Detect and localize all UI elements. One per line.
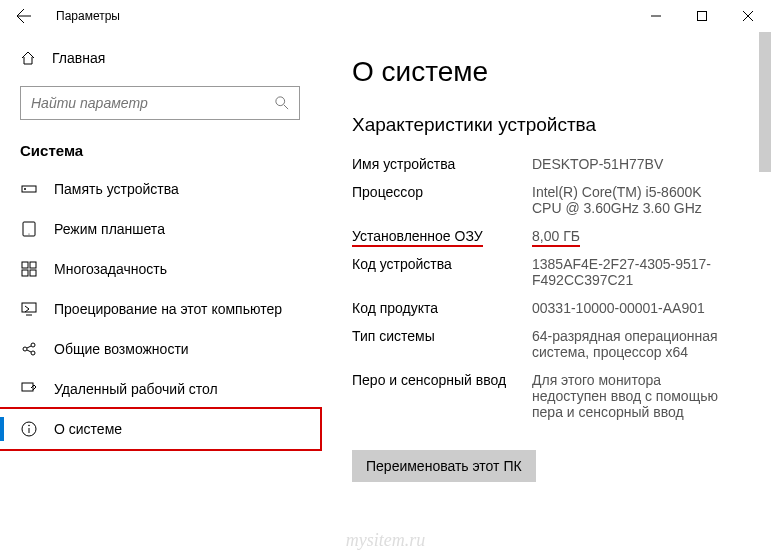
home-label: Главная xyxy=(52,50,105,66)
back-button[interactable] xyxy=(8,0,40,32)
sidebar-item-about[interactable]: О системе xyxy=(0,409,320,449)
info-icon xyxy=(20,420,38,438)
back-arrow-icon xyxy=(16,8,32,24)
sidebar-item-multitasking[interactable]: Многозадачность xyxy=(0,249,320,289)
maximize-icon xyxy=(697,11,707,21)
search-box[interactable] xyxy=(20,86,300,120)
spec-device-name: Имя устройства DESKTOP-51H77BV xyxy=(352,156,739,172)
spec-value: 1385AF4E-2F27-4305-9517-F492CC397C21 xyxy=(532,256,732,288)
page-title: О системе xyxy=(352,56,739,88)
sidebar-item-shared[interactable]: Общие возможности xyxy=(0,329,320,369)
window-title: Параметры xyxy=(56,9,120,23)
sidebar-item-projecting[interactable]: Проецирование на этот компьютер xyxy=(0,289,320,329)
projecting-icon xyxy=(20,300,38,318)
spec-value: 00331-10000-00001-AA901 xyxy=(532,300,705,316)
sidebar-item-tablet[interactable]: Режим планшета xyxy=(0,209,320,249)
svg-point-23 xyxy=(28,425,30,427)
svg-rect-13 xyxy=(30,270,36,276)
spec-label: Установленное ОЗУ xyxy=(352,228,532,244)
spec-product-id: Код продукта 00331-10000-00001-AA901 xyxy=(352,300,739,316)
nav-label: Проецирование на этот компьютер xyxy=(54,301,282,317)
svg-point-17 xyxy=(31,351,35,355)
home-link[interactable]: Главная xyxy=(0,40,320,76)
svg-rect-12 xyxy=(22,270,28,276)
watermark: mysitem.ru xyxy=(346,530,426,551)
spec-ram: Установленное ОЗУ 8,00 ГБ xyxy=(352,228,739,244)
nav-label: О системе xyxy=(54,421,122,437)
tablet-icon xyxy=(20,220,38,238)
spec-processor: Процессор Intel(R) Core(TM) i5-8600K CPU… xyxy=(352,184,739,216)
svg-rect-11 xyxy=(30,262,36,268)
svg-rect-1 xyxy=(698,12,707,21)
minimize-button[interactable] xyxy=(633,0,679,32)
spec-label: Код продукта xyxy=(352,300,532,316)
main-panel: О системе Характеристики устройства Имя … xyxy=(320,32,771,557)
spec-device-id: Код устройства 1385AF4E-2F27-4305-9517-F… xyxy=(352,256,739,288)
svg-rect-10 xyxy=(22,262,28,268)
shared-icon xyxy=(20,340,38,358)
maximize-button[interactable] xyxy=(679,0,725,32)
spec-value: Intel(R) Core(TM) i5-8600K CPU @ 3.60GHz… xyxy=(532,184,732,216)
spec-label: Перо и сенсорный ввод xyxy=(352,372,532,420)
spec-value: DESKTOP-51H77BV xyxy=(532,156,663,172)
rename-pc-button[interactable]: Переименовать этот ПК xyxy=(352,450,536,482)
close-icon xyxy=(743,11,753,21)
nav-label: Удаленный рабочий стол xyxy=(54,381,218,397)
spec-value: 8,00 ГБ xyxy=(532,228,580,244)
spec-label: Процессор xyxy=(352,184,532,216)
svg-line-18 xyxy=(27,346,31,348)
remote-icon xyxy=(20,380,38,398)
spec-label: Тип системы xyxy=(352,328,532,360)
minimize-icon xyxy=(651,11,661,21)
spec-label: Код устройства xyxy=(352,256,532,288)
nav-label: Многозадачность xyxy=(54,261,167,277)
scrollbar[interactable] xyxy=(759,32,771,172)
spec-value: Для этого монитора недоступен ввод с пом… xyxy=(532,372,732,420)
spec-pen-touch: Перо и сенсорный ввод Для этого монитора… xyxy=(352,372,739,420)
home-icon xyxy=(20,50,36,66)
svg-rect-14 xyxy=(22,303,36,312)
svg-point-4 xyxy=(276,97,285,106)
nav-label: Режим планшета xyxy=(54,221,165,237)
nav-label: Общие возможности xyxy=(54,341,189,357)
sidebar-item-remote[interactable]: Удаленный рабочий стол xyxy=(0,369,320,409)
section-title: Характеристики устройства xyxy=(352,114,739,136)
multitasking-icon xyxy=(20,260,38,278)
svg-point-7 xyxy=(24,188,26,190)
window-controls xyxy=(633,0,771,32)
svg-point-9 xyxy=(29,234,30,235)
sidebar-item-storage[interactable]: Память устройства xyxy=(0,169,320,209)
nav-label: Память устройства xyxy=(54,181,179,197)
storage-icon xyxy=(20,180,38,198)
spec-label: Имя устройства xyxy=(352,156,532,172)
sidebar: Главная Система Память устройства Режим … xyxy=(0,32,320,557)
svg-line-19 xyxy=(27,350,31,352)
close-button[interactable] xyxy=(725,0,771,32)
spec-system-type: Тип системы 64-разрядная операционная си… xyxy=(352,328,739,360)
spec-value: 64-разрядная операционная система, проце… xyxy=(532,328,732,360)
svg-point-15 xyxy=(23,347,27,351)
search-icon xyxy=(275,96,289,110)
titlebar: Параметры xyxy=(0,0,771,32)
svg-point-16 xyxy=(31,343,35,347)
search-input[interactable] xyxy=(31,95,275,111)
svg-line-5 xyxy=(284,105,288,109)
section-header: Система xyxy=(0,134,320,169)
